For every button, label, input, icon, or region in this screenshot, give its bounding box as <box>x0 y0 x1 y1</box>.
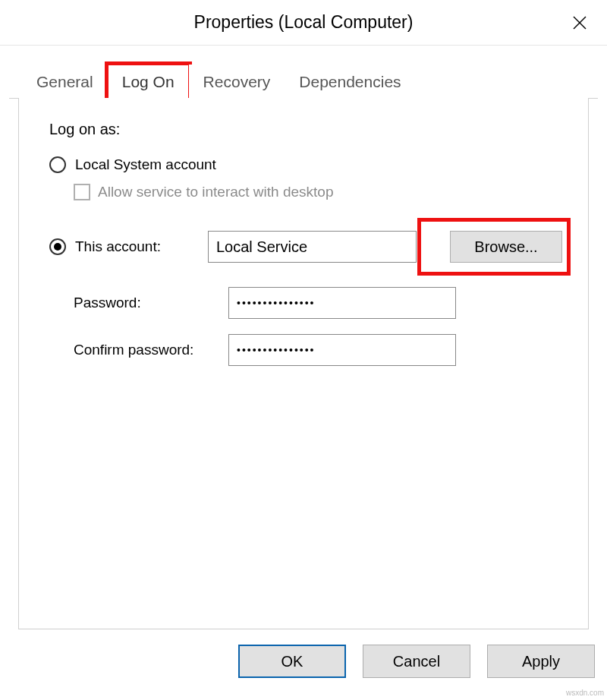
dialog-title: Properties (Local Computer) <box>194 12 414 33</box>
radio-this-account[interactable] <box>49 238 66 255</box>
confirm-password-input[interactable] <box>228 334 456 366</box>
browse-highlight: Browse... <box>421 222 567 272</box>
password-label: Password: <box>74 295 141 311</box>
confirm-password-label: Confirm password: <box>74 342 193 358</box>
local-system-label: Local System account <box>75 156 216 173</box>
tab-general[interactable]: General <box>22 65 108 99</box>
tab-recovery[interactable]: Recovery <box>189 65 285 99</box>
interact-desktop-label: Allow service to interact with desktop <box>98 184 333 200</box>
apply-button[interactable]: Apply <box>487 645 595 678</box>
titlebar: Properties (Local Computer) <box>0 0 607 46</box>
checkbox-interact-desktop[interactable] <box>74 184 90 200</box>
tab-dependencies[interactable]: Dependencies <box>285 65 415 99</box>
log-on-as-label: Log on as: <box>49 121 567 138</box>
password-input[interactable] <box>228 287 456 319</box>
ok-button[interactable]: OK <box>238 645 346 678</box>
close-icon <box>573 16 587 30</box>
cancel-button[interactable]: Cancel <box>363 645 470 678</box>
tab-strip: General Log On Recovery Dependencies <box>9 56 598 99</box>
radio-local-system[interactable] <box>49 156 66 173</box>
account-name-input[interactable] <box>208 231 417 263</box>
browse-button[interactable]: Browse... <box>450 231 562 263</box>
tab-log-on[interactable]: Log On <box>108 65 189 99</box>
this-account-label: This account: <box>75 238 161 255</box>
dialog-button-bar: OK Cancel Apply <box>0 638 607 685</box>
watermark: wsxdn.com <box>566 689 604 697</box>
properties-dialog: Properties (Local Computer) General Log … <box>0 0 607 700</box>
close-button[interactable] <box>566 9 593 36</box>
tab-panel-log-on: Log on as: Local System account Allow se… <box>18 98 589 629</box>
